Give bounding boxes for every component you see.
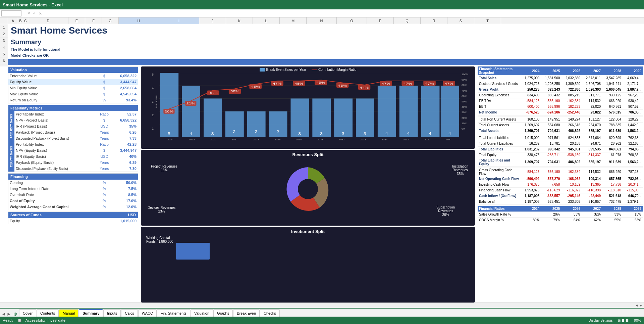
year-2029-header: 2029 — [623, 66, 643, 75]
table-row: Return on Equity % 93.4% — [8, 97, 138, 103]
project-revenues-label: Project Revenues16% — [151, 165, 177, 172]
svg-rect-8 — [182, 86, 200, 137]
feasibility-section: Feasibility Metrics PROJECT BASIS Profit… — [8, 105, 138, 172]
year-2025-header: 2025 — [541, 66, 561, 75]
revenue-split-title: Revenues Split — [141, 150, 475, 158]
financial-ratios-header-row: Financial Ratios 2024 2025 2026 2027 202… — [478, 206, 643, 212]
financing-header: Financing — [8, 174, 138, 180]
svg-text:45%: 45% — [251, 85, 260, 88]
svg-text:3: 3 — [298, 132, 301, 136]
tab-contents[interactable]: Contents — [37, 309, 59, 317]
pie-chart-svg — [283, 164, 333, 214]
svg-rect-10 — [204, 98, 222, 137]
tab-fin-statements[interactable]: Fin. Statements — [157, 309, 190, 317]
table-row: Gearing % 50.0% — [8, 180, 138, 186]
scrollbar-area[interactable]: ◄ ► — [0, 303, 644, 308]
svg-text:47%: 47% — [382, 82, 391, 85]
table-row: Costs of Services / Goods 1,024,725 1,20… — [478, 81, 643, 87]
table-row: Total Assets 1,369,707 704,631 406,892 3… — [478, 128, 643, 134]
financing-section: Financing Gearing % 50.0% Long Term Inte… — [8, 173, 138, 210]
table-row: Discounted Payback (Equity Basis) Years … — [14, 166, 138, 172]
svg-rect-20 — [312, 98, 331, 137]
sheet-title2: Summary — [8, 37, 644, 47]
formula-input[interactable] — [44, 11, 643, 16]
table-row: COGS Margin % 80% 79% 64% 62% 55% 53% — [478, 217, 643, 223]
year-2027-header: 2027 — [582, 66, 602, 75]
svg-text:2: 2 — [276, 130, 279, 134]
table-row: Enterprise Value $ 6,658,322 — [8, 73, 138, 79]
tab-nav-left[interactable]: ◄ — [1, 311, 6, 317]
tab-summary[interactable]: Summary — [79, 309, 103, 317]
tab-valuation[interactable]: Valuation — [191, 309, 213, 317]
installation-revenues-label: InstallationRevenues35% — [452, 165, 468, 176]
table-row: Gross Operating Cash Flow -584,125 -536,… — [478, 168, 643, 176]
table-row: EBIT -600,400 -553,996 -182,223 92,020 6… — [478, 104, 643, 109]
table-row: Total Liabilities and Equity 1,369,707 7… — [478, 158, 643, 166]
feasibility-header: Feasibility Metrics — [8, 105, 138, 111]
year-2024-header: 2024 — [521, 66, 541, 75]
break-even-chart: Break Even Sales per Year Contribution M… — [141, 66, 475, 149]
equity-basis-label: EQUITY BASIS — [8, 141, 14, 172]
table-row: Equity Value $ 3,444,947 — [8, 79, 138, 85]
valuation-section: Valuation Enterprise Value $ 6,658,322 E… — [8, 66, 138, 103]
svg-point-62 — [298, 179, 318, 199]
status-bar: Ready 🔲 Accessibility: Investigate Displ… — [0, 317, 644, 324]
legend2: Contribution Margin Ratio — [318, 68, 356, 72]
table-row: Balance cf 1,187,008 528,451 233,305 210… — [478, 199, 643, 204]
tab-manual[interactable]: Manual — [59, 309, 78, 317]
svg-text:47%: 47% — [425, 82, 434, 85]
tab-wacc[interactable]: WACC — [138, 309, 157, 317]
tab-calcs[interactable]: Calcs — [121, 309, 138, 317]
svg-text:4: 4 — [407, 132, 410, 136]
svg-text:46%: 46% — [338, 84, 347, 87]
sheet-title1: Smart Home Services — [8, 24, 644, 37]
table-row: Long Term Interest Rate % 7.5% — [8, 186, 138, 192]
svg-rect-18 — [290, 98, 309, 137]
sources-unit: USD — [128, 213, 136, 217]
table-row: Total Sales 1,275,000 1,531,500 2,032,35… — [478, 75, 643, 81]
table-row: Payback (Project Basis) Years 6.26 — [14, 129, 138, 135]
devices-revenues-label: Devices Revenues23% — [148, 206, 175, 213]
left-panel: Valuation Enterprise Value $ 6,658,322 E… — [8, 66, 140, 303]
table-row: Total Non Current Assets 160,100 149,951… — [478, 117, 643, 122]
svg-text:2: 2 — [233, 130, 235, 134]
investment-title: Invetsment Split — [141, 227, 475, 235]
svg-text:44%: 44% — [360, 86, 369, 89]
table-row: Profitability Index Ratio 42.28 — [14, 141, 138, 147]
working-capital-label: Working CapitalFunds , 1,860,000 — [146, 236, 173, 243]
tab-nav-right[interactable]: ► — [7, 311, 11, 317]
svg-text:47%: 47% — [444, 82, 453, 85]
project-basis-label: PROJECT BASIS — [8, 111, 14, 141]
table-row: Gross Profit 250,275 323,243 722,830 1,0… — [478, 87, 643, 92]
svg-rect-24 — [356, 98, 374, 137]
tab-inputs[interactable]: Inputs — [103, 309, 121, 317]
accessibility-status: Accessibility: Investigate — [25, 318, 65, 322]
table-row: Max Equity Value $ 4,545,054 — [8, 91, 138, 97]
table-row: Payback (Equity Basis) Years 6.29 — [14, 159, 138, 166]
svg-text:49%: 49% — [316, 81, 325, 84]
tab-cover[interactable]: Cover — [19, 309, 36, 317]
table-row: Investing Cash Flow -176,375 -7,658 -10,… — [478, 182, 643, 187]
zoom-level: 90% — [634, 318, 641, 322]
tab-graphs[interactable]: Graphs — [213, 309, 233, 317]
add-sheet-button[interactable]: ⊕ — [13, 311, 17, 317]
svg-text:3: 3 — [320, 132, 323, 136]
table-row: Operating Expenses 834,400 859,432 885,2… — [478, 92, 643, 98]
ready-status: Ready — [3, 318, 13, 322]
cell-reference[interactable]: I17 — [1, 10, 21, 16]
tab-break-even[interactable]: Break Even — [233, 309, 260, 317]
svg-text:4: 4 — [429, 132, 431, 136]
column-headers: A B C D E F G H I J K L M N O P Q R S T — [0, 17, 644, 24]
sources-section: Sources of Funds USD Equity 1,015,000 — [8, 212, 138, 224]
table-row: NPV (Project Basis) $ 6,658,322 — [14, 117, 138, 123]
svg-text:47%: 47% — [403, 82, 412, 85]
year-2028-header: 2028 — [602, 66, 623, 75]
table-row: Total Current Assets 1,209,607 554,680 2… — [478, 122, 643, 128]
svg-text:4: 4 — [448, 132, 451, 136]
svg-rect-22 — [334, 98, 353, 137]
table-row: Discounted Payback (Project Basis) Years… — [14, 135, 138, 141]
table-row: Total Equity 338,475 -285,711 -538,159 -… — [478, 152, 643, 158]
investment-split-chart: Invetsment Split Working CapitalFunds , … — [141, 227, 475, 303]
table-row: NPV (Equity Basis) $ 3,444,947 — [14, 147, 138, 153]
tab-checks[interactable]: Checks — [260, 309, 280, 317]
